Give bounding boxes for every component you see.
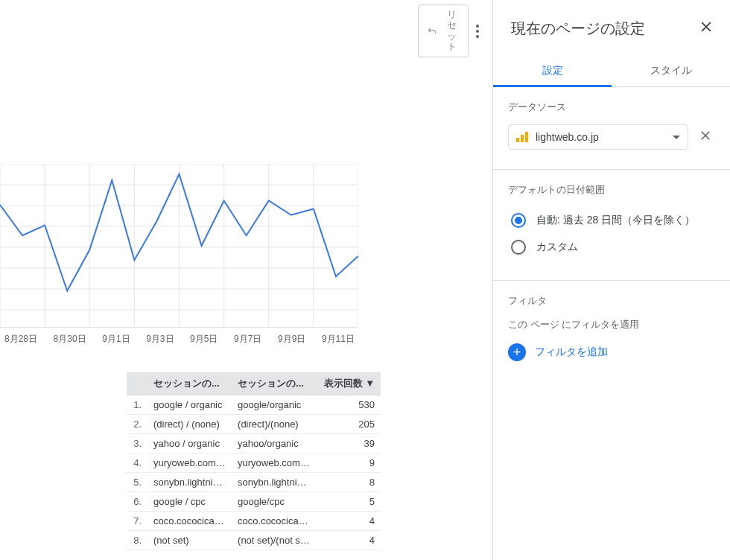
- x-tick: 8月28日: [4, 333, 37, 346]
- plus-icon: +: [508, 343, 526, 361]
- undo-icon: [426, 25, 438, 37]
- panel-title: 現在のページの設定: [511, 19, 645, 39]
- reset-label: リセット: [442, 10, 460, 52]
- table-row[interactable]: 1.google / organicgoogle/organic530: [127, 395, 381, 415]
- radio-selected-icon: [511, 213, 526, 228]
- clear-data-source-icon[interactable]: [696, 126, 715, 148]
- line-chart: 8月28日8月30日9月1日9月3日9月5日9月7日9月9日9月11日: [0, 164, 358, 328]
- table-row[interactable]: 2.(direct) / (none)(direct)/(none)205: [127, 415, 381, 434]
- settings-panel: 現在のページの設定 設定 スタイル データソース lightweb.co.jp: [493, 0, 730, 560]
- x-tick: 8月30日: [54, 333, 86, 346]
- reset-button[interactable]: リセット: [418, 4, 469, 57]
- radio-unselected-icon: [511, 240, 526, 255]
- main-canvas: リセット 8月28日8月30日9月1: [0, 0, 493, 560]
- date-range-label: デフォルトの日付範囲: [508, 183, 715, 197]
- more-options-icon[interactable]: [472, 18, 483, 45]
- analytics-icon: [516, 132, 528, 142]
- table-row[interactable]: 6.google / cpcgoogle/cpc5: [127, 492, 381, 512]
- radio-custom[interactable]: カスタム: [508, 234, 715, 261]
- x-tick: 9月5日: [190, 333, 218, 346]
- data-table: セッションの... セッションの... 表示回数 ▼ 1.google / or…: [127, 372, 381, 550]
- tab-settings[interactable]: 設定: [493, 55, 612, 87]
- filter-label: フィルタ: [508, 294, 715, 308]
- col-header-2[interactable]: セッションの...: [232, 372, 316, 395]
- radio-auto[interactable]: 自動: 過去 28 日間（今日を除く）: [508, 207, 715, 234]
- x-tick: 9月1日: [102, 333, 130, 346]
- table-row[interactable]: 4.yuryoweb.com / re...yuryoweb.com/ref..…: [127, 454, 381, 473]
- sort-desc-icon: ▼: [365, 378, 375, 389]
- tab-style[interactable]: スタイル: [612, 55, 730, 86]
- data-source-name: lightweb.co.jp: [536, 131, 665, 143]
- add-filter-button[interactable]: + フィルタを追加: [508, 342, 715, 363]
- data-source-label: データソース: [508, 101, 715, 114]
- filter-desc: この ページ にフィルタを適用: [508, 318, 715, 331]
- col-header-3[interactable]: 表示回数 ▼: [316, 372, 381, 395]
- x-tick: 9月3日: [146, 333, 174, 346]
- close-icon[interactable]: [696, 16, 717, 40]
- col-header-1[interactable]: セッションの...: [147, 372, 232, 395]
- table-row[interactable]: 5.sonybn.lightning.f...sonybn.lightning.…: [127, 473, 381, 492]
- x-tick: 9月11日: [322, 333, 355, 346]
- data-source-dropdown[interactable]: lightweb.co.jp: [508, 124, 688, 150]
- x-tick: 9月9日: [278, 333, 305, 346]
- chevron-down-icon: [673, 136, 680, 139]
- table-row[interactable]: 8.(not set)(not set)/(not set)4: [127, 531, 381, 550]
- x-tick: 9月7日: [234, 333, 261, 346]
- table-row[interactable]: 7.coco.cococica.co...coco.cococica.co...…: [127, 512, 381, 531]
- table-row[interactable]: 3.yahoo / organicyahoo/organic39: [127, 434, 381, 454]
